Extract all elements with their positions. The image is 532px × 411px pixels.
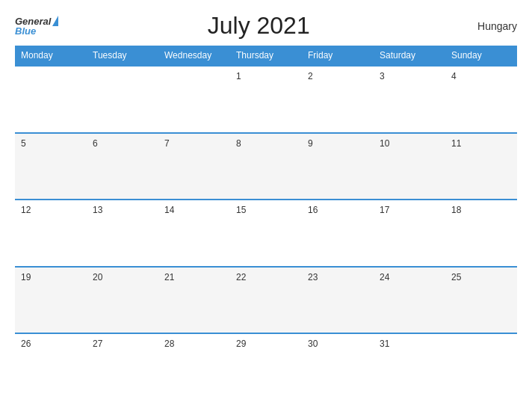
calendar-cell: 28 xyxy=(158,333,230,399)
logo-triangle-icon xyxy=(52,16,58,26)
calendar-cell: 11 xyxy=(445,133,517,200)
country-label: Hungary xyxy=(457,20,517,32)
calendar-cell: 15 xyxy=(230,200,302,267)
calendar-cell xyxy=(15,66,87,133)
day-number: 1 xyxy=(236,71,241,81)
day-number: 23 xyxy=(308,272,318,282)
calendar-cell: 26 xyxy=(15,333,87,399)
calendar-cell: 6 xyxy=(87,133,158,200)
weekday-header-friday: Friday xyxy=(302,46,374,66)
day-number: 19 xyxy=(21,272,31,282)
calendar-cell: 31 xyxy=(374,333,445,399)
logo: General Blue xyxy=(15,16,60,36)
day-number: 31 xyxy=(380,339,389,349)
day-number: 29 xyxy=(236,339,246,349)
logo-blue-text: Blue xyxy=(15,26,36,36)
day-number: 13 xyxy=(93,205,102,215)
weekday-header-wednesday: Wednesday xyxy=(158,46,230,66)
day-number: 27 xyxy=(93,339,102,349)
day-number: 12 xyxy=(21,205,31,215)
day-number: 18 xyxy=(451,205,461,215)
day-number: 26 xyxy=(21,339,31,349)
weekday-header-row: MondayTuesdayWednesdayThursdayFridaySatu… xyxy=(15,46,517,66)
day-number: 15 xyxy=(236,205,246,215)
day-number: 22 xyxy=(236,272,246,282)
calendar-cell: 19 xyxy=(15,267,87,334)
day-number: 9 xyxy=(308,138,313,149)
calendar-cell: 18 xyxy=(445,200,517,267)
day-number: 8 xyxy=(236,138,241,149)
weekday-header-tuesday: Tuesday xyxy=(87,46,158,66)
week-row-5: 262728293031 xyxy=(15,333,517,399)
calendar-cell: 13 xyxy=(87,200,158,267)
calendar-table: MondayTuesdayWednesdayThursdayFridaySatu… xyxy=(15,46,517,399)
weekday-header-sunday: Sunday xyxy=(445,46,517,66)
weekday-header-thursday: Thursday xyxy=(230,46,302,66)
weekday-header-monday: Monday xyxy=(15,46,87,66)
week-row-2: 567891011 xyxy=(15,133,517,200)
day-number: 11 xyxy=(451,138,461,149)
calendar-cell: 10 xyxy=(374,133,445,200)
logo-general-text: General xyxy=(15,16,51,26)
calendar-cell: 9 xyxy=(302,133,374,200)
calendar-cell xyxy=(87,66,158,133)
day-number: 20 xyxy=(93,272,102,282)
calendar-cell xyxy=(158,66,230,133)
calendar-cell: 25 xyxy=(445,267,517,334)
calendar-cell: 30 xyxy=(302,333,374,399)
calendar-cell: 12 xyxy=(15,200,87,267)
day-number: 3 xyxy=(380,71,385,81)
day-number: 7 xyxy=(164,138,170,149)
calendar-cell: 24 xyxy=(374,267,445,334)
calendar-cell: 5 xyxy=(15,133,87,200)
calendar-cell: 14 xyxy=(158,200,230,267)
calendar-cell: 3 xyxy=(374,66,445,133)
calendar-cell: 8 xyxy=(230,133,302,200)
calendar-cell: 7 xyxy=(158,133,230,200)
page-title: July 2021 xyxy=(60,12,457,40)
day-number: 24 xyxy=(380,272,389,282)
day-number: 16 xyxy=(308,205,318,215)
calendar-cell: 27 xyxy=(87,333,158,399)
day-number: 10 xyxy=(380,138,389,149)
day-number: 30 xyxy=(308,339,318,349)
calendar-cell: 1 xyxy=(230,66,302,133)
calendar-cell: 22 xyxy=(230,267,302,334)
calendar-cell: 17 xyxy=(374,200,445,267)
day-number: 4 xyxy=(451,71,457,81)
calendar-cell: 4 xyxy=(445,66,517,133)
calendar-cell: 20 xyxy=(87,267,158,334)
day-number: 17 xyxy=(380,205,389,215)
day-number: 25 xyxy=(451,272,461,282)
day-number: 14 xyxy=(164,205,174,215)
week-row-4: 19202122232425 xyxy=(15,267,517,334)
day-number: 2 xyxy=(308,71,313,81)
calendar-cell xyxy=(445,333,517,399)
page-header: General Blue July 2021 Hungary xyxy=(15,12,517,40)
week-row-1: 1234 xyxy=(15,66,517,133)
calendar-cell: 16 xyxy=(302,200,374,267)
day-number: 28 xyxy=(164,339,174,349)
day-number: 5 xyxy=(21,138,26,149)
weekday-header-saturday: Saturday xyxy=(374,46,445,66)
day-number: 21 xyxy=(164,272,174,282)
calendar-cell: 21 xyxy=(158,267,230,334)
calendar-cell: 29 xyxy=(230,333,302,399)
day-number: 6 xyxy=(93,138,98,149)
calendar-cell: 2 xyxy=(302,66,374,133)
calendar-cell: 23 xyxy=(302,267,374,334)
week-row-3: 12131415161718 xyxy=(15,200,517,267)
